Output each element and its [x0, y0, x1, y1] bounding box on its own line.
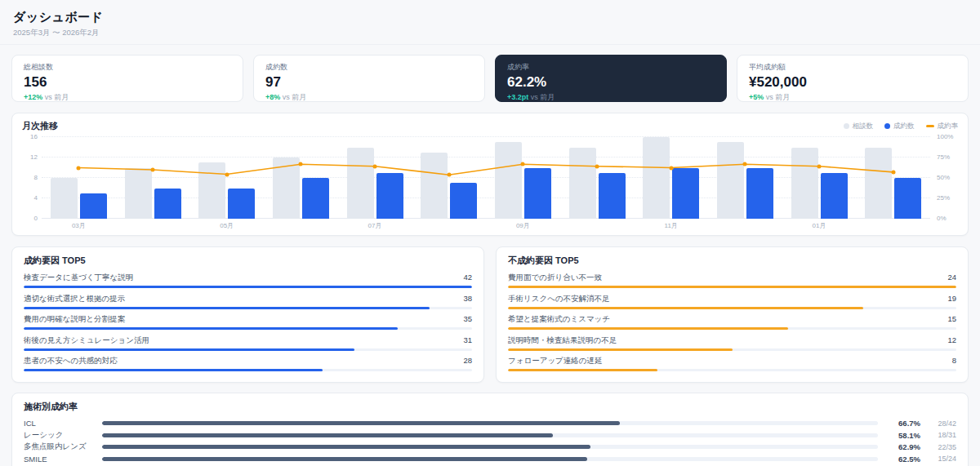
bar-group-08月: [412, 137, 486, 219]
bar-group-02月: [856, 137, 930, 219]
factor-label: 術後の見え方シミュレーション活用: [24, 335, 149, 346]
kpi-delta: +8%: [265, 93, 280, 101]
factor-label: 希望と提案術式のミスマッチ: [508, 314, 610, 325]
factor-row: 希望と提案術式のミスマッチ15: [508, 314, 956, 325]
contracts-bar: [80, 193, 107, 219]
x-tick-label: 03月: [42, 221, 116, 230]
contracts-bar: [450, 183, 477, 219]
date-range: 2025年3月 〜 2026年2月: [13, 28, 967, 38]
kpi-value: 156: [24, 74, 231, 91]
procedure-row: レーシック58.1%18/31: [24, 429, 956, 442]
consultations-bar: [643, 137, 670, 219]
x-tick-label: [116, 221, 190, 230]
right-axis: 0%25%50%75%100%: [930, 137, 958, 219]
factor-bar-track: [508, 286, 956, 288]
factor-row: 説明時間・検査結果説明の不足12: [508, 335, 956, 346]
chart-header: 月次推移 相談数成約数成約率: [22, 120, 958, 132]
kpi-delta-row: +8% vs 前月: [265, 92, 473, 103]
bar-group-10月: [560, 137, 635, 219]
factor-value: 28: [463, 356, 472, 366]
factor-row: 費用の明確な説明と分割提案35: [24, 314, 472, 325]
factor-row: 患者の不安への共感的対応28: [24, 356, 472, 366]
rate-point: [817, 164, 822, 168]
legend-item-成約数[interactable]: 成約数: [884, 122, 915, 131]
kpi-vs-label: vs 前月: [280, 93, 306, 101]
factor-row: 費用面での折り合い不一致24: [508, 273, 956, 283]
legend-label: 成約率: [938, 122, 959, 131]
x-tick-label: 01月: [782, 221, 857, 230]
kpi-delta-row: +3.2pt vs 前月: [507, 92, 715, 103]
win-factors-title: 成約要因 TOP5: [24, 255, 472, 267]
factor-item: 費用の明確な説明と分割提案35: [24, 314, 472, 330]
factor-value: 19: [947, 294, 956, 304]
x-tick-label: [264, 221, 338, 230]
contracts-bar: [228, 189, 255, 220]
kpi-value: ¥520,000: [749, 74, 956, 91]
left-axis-tick: 0: [34, 215, 38, 222]
legend-label: 成約数: [893, 122, 915, 131]
consultations-bar: [569, 148, 596, 220]
procedure-bar-fill: [102, 421, 620, 425]
factor-bar-track: [508, 369, 956, 371]
kpi-card-4: 平均成約額¥520,000+5% vs 前月: [737, 55, 969, 102]
factor-value: 15: [947, 314, 956, 325]
procedure-rate-panel: 施術別成約率 ICL66.7%28/42レーシック58.1%18/31多焦点眼内…: [11, 393, 969, 466]
bar-group-01月: [782, 137, 857, 219]
x-tick-label: [560, 221, 635, 230]
kpi-card-1: 総相談数156+12% vs 前月: [11, 55, 243, 102]
consultations-bar: [125, 168, 152, 220]
procedure-label: 多焦点眼内レンズ: [24, 442, 102, 452]
procedure-bar-fill: [102, 433, 553, 437]
legend-marker-line: [926, 125, 934, 127]
factor-bar-fill: [508, 307, 863, 309]
legend-item-相談数[interactable]: 相談数: [844, 122, 874, 131]
kpi-delta-row: +5% vs 前月: [749, 92, 956, 103]
factor-panels-row: 成約要因 TOP5 検査データに基づく丁寧な説明42適切な術式選択と根拠の提示3…: [11, 246, 969, 383]
factor-bar-fill: [24, 307, 430, 309]
factor-bar-track: [508, 307, 956, 309]
chart-plot: [42, 137, 930, 219]
right-axis-tick: 25%: [937, 195, 950, 202]
right-axis-tick: 50%: [937, 175, 950, 181]
consultations-bar: [51, 178, 78, 219]
kpi-vs-label: vs 前月: [764, 93, 790, 101]
kpi-card-3: 成約率62.2%+3.2pt vs 前月: [495, 55, 727, 102]
procedure-bar-fill: [102, 457, 587, 461]
consultations-bar: [717, 142, 744, 219]
loss-factors-title: 不成約要因 TOP5: [508, 255, 956, 267]
legend-item-成約率[interactable]: 成約率: [926, 122, 959, 131]
kpi-row: 総相談数156+12% vs 前月成約数97+8% vs 前月成約率62.2%+…: [11, 55, 969, 102]
bar-group-05月: [189, 137, 264, 219]
kpi-vs-label: vs 前月: [528, 93, 555, 101]
legend-label: 相談数: [853, 122, 874, 131]
procedure-fraction: 28/42: [920, 419, 956, 428]
contracts-bar: [821, 173, 848, 219]
consultations-bar: [198, 162, 225, 219]
contracts-bar: [154, 189, 181, 220]
factor-item: 希望と提案術式のミスマッチ15: [508, 314, 956, 330]
x-axis: 03月05月07月09月11月01月: [42, 221, 930, 230]
procedure-percent: 62.5%: [878, 455, 920, 464]
x-tick-label: 05月: [189, 221, 264, 230]
rate-point: [151, 168, 155, 172]
rate-point: [595, 164, 599, 168]
kpi-label: 成約数: [265, 62, 473, 73]
page-title: ダッシュボード: [13, 10, 967, 25]
factor-item: フォローアップ連絡の遅延8: [508, 356, 956, 371]
contracts-bar: [376, 173, 403, 219]
factor-bar-fill: [24, 348, 354, 351]
left-axis-tick: 12: [30, 154, 38, 161]
x-tick-label: 07月: [338, 221, 412, 230]
factor-bar-track: [24, 307, 472, 309]
consultations-bar: [791, 148, 818, 220]
factor-value: 42: [463, 273, 472, 283]
factor-value: 38: [463, 294, 472, 304]
factor-label: 費用面での折り合い不一致: [508, 273, 602, 283]
kpi-delta: +3.2pt: [507, 93, 528, 101]
main-content: 総相談数156+12% vs 前月成約数97+8% vs 前月成約率62.2%+…: [0, 45, 980, 466]
factor-label: 検査データに基づく丁寧な説明: [24, 273, 133, 283]
factor-row: 術後の見え方シミュレーション活用31: [24, 335, 472, 346]
kpi-delta: +12%: [24, 93, 42, 101]
procedure-label: SMILE: [24, 455, 102, 464]
procedure-list: ICL66.7%28/42レーシック58.1%18/31多焦点眼内レンズ62.9…: [24, 418, 956, 466]
